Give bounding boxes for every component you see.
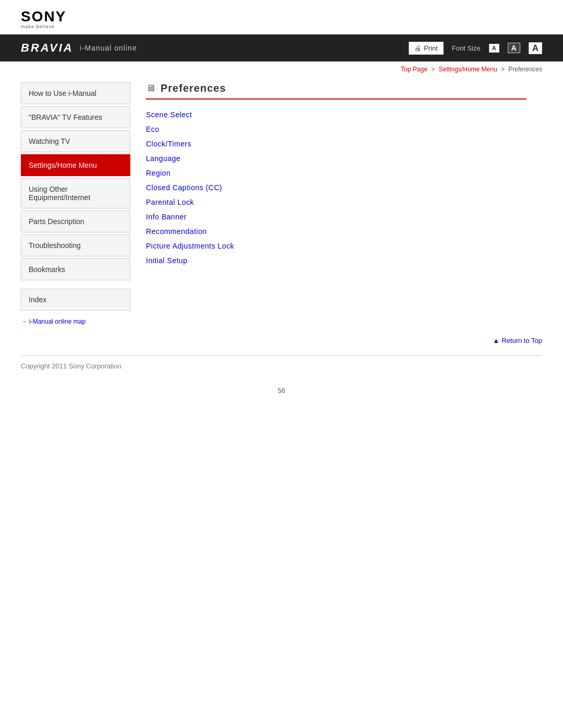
sidebar-item-bookmarks[interactable]: Bookmarks — [21, 258, 130, 280]
initial-setup-link[interactable]: Initial Setup — [146, 256, 188, 265]
breadcrumb-sep-1: > — [431, 66, 435, 73]
list-item: Closed Captions (CC) — [146, 183, 527, 192]
font-size-label: Font Size — [452, 44, 481, 52]
region-link[interactable]: Region — [146, 169, 170, 177]
page-title-bar: 🖥 Preferences — [146, 82, 527, 100]
i-manual-label: i-Manual online — [80, 44, 137, 52]
sony-tagline: make.believe — [21, 24, 55, 29]
breadcrumb-settings[interactable]: Settings/Home Menu — [439, 66, 497, 73]
i-manual-map-link[interactable]: →i-Manual online map — [21, 318, 130, 325]
main-layout: How to Use i-Manual "BRAVIA" TV Features… — [0, 82, 563, 325]
return-top-arrow-icon: ▲ — [493, 337, 499, 344]
parental-lock-link[interactable]: Parental Lock — [146, 198, 194, 206]
list-item: Region — [146, 168, 527, 178]
list-item: Language — [146, 154, 527, 163]
sidebar-item-bravia-features[interactable]: "BRAVIA" TV Features — [21, 106, 130, 128]
sidebar-item-troubleshooting[interactable]: Troubleshooting — [21, 235, 130, 256]
print-button[interactable]: 🖨 Print — [409, 42, 444, 55]
sidebar-item-using-other-equipment[interactable]: Using Other Equipment/Internet — [21, 178, 130, 208]
sony-wordmark: SONY — [21, 9, 66, 24]
breadcrumb-top-page[interactable]: Top Page — [401, 66, 427, 73]
clock-timers-link[interactable]: Clock/Timers — [146, 140, 191, 148]
closed-captions-link[interactable]: Closed Captions (CC) — [146, 183, 222, 192]
list-item: Clock/Timers — [146, 139, 527, 149]
top-bar-right: 🖨 Print Font Size A A A — [409, 42, 542, 55]
bravia-title: BRAVIA i-Manual online — [21, 41, 137, 55]
logo-area: SONY make.believe — [0, 0, 563, 34]
sony-logo: SONY make.believe — [21, 9, 66, 29]
map-arrow-icon: → — [21, 318, 27, 325]
sidebar-item-index[interactable]: Index — [21, 289, 130, 311]
scene-select-link[interactable]: Scene Select — [146, 110, 192, 119]
list-item: Eco — [146, 125, 527, 134]
font-small-button[interactable]: A — [489, 44, 499, 53]
sidebar-item-settings-home-menu[interactable]: Settings/Home Menu — [21, 154, 130, 176]
sidebar-item-watching-tv[interactable]: Watching TV — [21, 130, 130, 152]
printer-icon: 🖨 — [414, 44, 421, 52]
sidebar: How to Use i-Manual "BRAVIA" TV Features… — [21, 82, 130, 325]
preferences-icon: 🖥 — [146, 83, 155, 94]
content-area: 🖥 Preferences Scene Select Eco Clock/Tim… — [130, 82, 542, 325]
list-item: Picture Adjustments Lock — [146, 241, 527, 251]
footer-copyright: Copyright 2011 Sony Corporation — [0, 356, 563, 376]
info-banner-link[interactable]: Info Banner — [146, 213, 187, 221]
language-link[interactable]: Language — [146, 154, 180, 163]
breadcrumb-current: Preferences — [508, 66, 542, 73]
list-item: Parental Lock — [146, 198, 527, 207]
font-medium-button[interactable]: A — [508, 43, 520, 53]
page-number: 56 — [0, 376, 563, 405]
bravia-logo-text: BRAVIA — [21, 41, 74, 55]
content-links-list: Scene Select Eco Clock/Timers Language R… — [146, 110, 527, 265]
list-item: Initial Setup — [146, 256, 527, 265]
return-to-top-link[interactable]: ▲Return to Top — [493, 337, 542, 344]
return-top-area: ▲Return to Top — [0, 325, 563, 350]
page-title: Preferences — [161, 82, 226, 94]
sidebar-item-parts-description[interactable]: Parts Description — [21, 211, 130, 232]
breadcrumb: Top Page > Settings/Home Menu > Preferen… — [0, 61, 563, 77]
eco-link[interactable]: Eco — [146, 125, 160, 133]
list-item: Info Banner — [146, 212, 527, 221]
font-large-button[interactable]: A — [529, 42, 542, 54]
list-item: Recommendation — [146, 227, 527, 236]
sidebar-item-how-to-use[interactable]: How to Use i-Manual — [21, 82, 130, 104]
list-item: Scene Select — [146, 110, 527, 119]
breadcrumb-sep-2: > — [501, 66, 505, 73]
recommendation-link[interactable]: Recommendation — [146, 227, 207, 236]
picture-adjustments-lock-link[interactable]: Picture Adjustments Lock — [146, 242, 234, 250]
top-bar: BRAVIA i-Manual online 🖨 Print Font Size… — [0, 34, 563, 61]
